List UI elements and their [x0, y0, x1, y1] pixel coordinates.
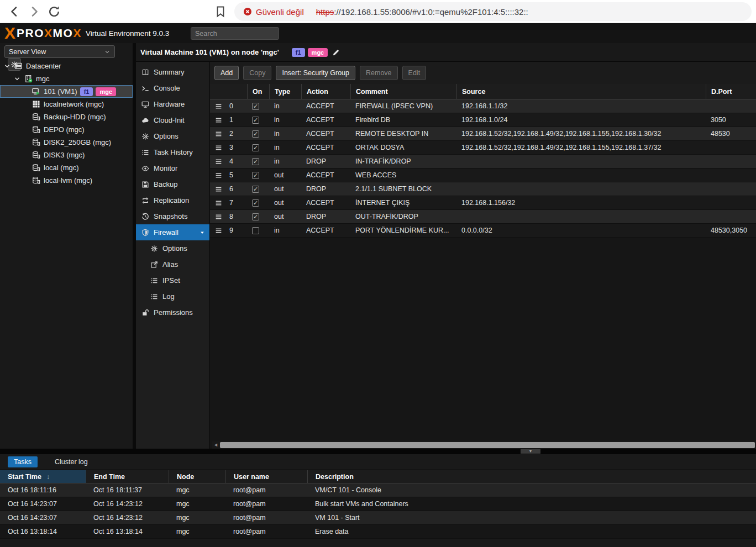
rule-enabled-checkbox[interactable]: ✓ [252, 117, 259, 124]
security-warning[interactable]: Güvenli değil [256, 7, 304, 17]
tree-item-local-mgc[interactable]: local (mgc) [0, 161, 133, 174]
rule-enabled-checkbox[interactable]: ✓ [252, 172, 259, 179]
rule-enabled-checkbox[interactable] [252, 227, 259, 234]
rules-header-source[interactable]: Source [456, 84, 706, 99]
reload-icon[interactable] [48, 5, 61, 18]
menu-item-monitor[interactable]: Monitor [136, 160, 209, 176]
edit-tags-pencil-icon[interactable] [332, 49, 340, 56]
menu-item-hardware[interactable]: Hardware [136, 96, 209, 112]
menu-item-snapshots[interactable]: Snapshots [136, 208, 209, 224]
scrollbar-thumb[interactable] [220, 442, 755, 448]
rule-enabled-checkbox[interactable]: ✓ [252, 144, 259, 151]
node-icon [24, 75, 33, 83]
task-node: mgc [169, 497, 225, 511]
tasks-header-end-time[interactable]: End Time [86, 470, 169, 483]
search-input[interactable] [191, 27, 279, 40]
rule-row[interactable]: 6✓outDROP2.1/1.1 SUBNET BLOCK [210, 182, 756, 196]
rule-enabled-checkbox[interactable]: ✓ [252, 213, 259, 220]
tree-item-101-vm1[interactable]: 101 (VM1)f1mgc [0, 85, 133, 98]
tasks-header-node[interactable]: Node [169, 470, 225, 483]
tree-item-datacenter[interactable]: Datacenter [0, 60, 133, 72]
menu-item-label: Log [162, 292, 175, 301]
rule-row[interactable]: 4✓inDROPIN-TRAFİK/DROP [210, 155, 756, 169]
logo-letter: PRO [17, 27, 44, 39]
rules-toolbar: AddCopyInsert: Security GroupRemoveEdit [210, 62, 756, 84]
rule-enabled-checkbox[interactable]: ✓ [252, 103, 259, 110]
rule-on-cell: ✓ [247, 210, 269, 223]
menu-item-label: Summary [154, 68, 185, 76]
menu-item-firewall-options[interactable]: Options [136, 240, 209, 256]
menu-item-permissions[interactable]: Permissions [136, 304, 209, 320]
menu-item-summary[interactable]: Summary [136, 64, 209, 80]
tasks-header-start-time[interactable]: Start Time↓ [0, 470, 86, 483]
rule-enabled-checkbox[interactable]: ✓ [252, 158, 259, 165]
tab-tasks[interactable]: Tasks [8, 456, 38, 467]
menu-item-cloud-init[interactable]: Cloud-Init [136, 112, 209, 128]
task-row[interactable]: Oct 16 14:23:07Oct 16 14:23:12mgcroot@pa… [0, 497, 756, 511]
forward-icon[interactable] [28, 5, 41, 18]
rule-row[interactable]: 8✓outDROPOUT-TRAFİK/DROP [210, 210, 756, 224]
rule-on-cell: ✓ [247, 141, 269, 154]
scroll-left-button[interactable]: ◄ [212, 441, 219, 449]
menu-item-firewall-log[interactable]: Log [136, 288, 209, 304]
rule-row[interactable]: 9inACCEPTPORT YÖNLENDİRME KUR...0.0.0.0/… [210, 224, 756, 238]
drag-handle-icon [215, 227, 222, 234]
tree-item-mgc[interactable]: mgc [0, 72, 133, 85]
rule-row[interactable]: 7✓outACCEPTİNTERNET ÇIKIŞ192.168.1.156/3… [210, 196, 756, 210]
menu-item-firewall-alias[interactable]: Alias [136, 256, 209, 272]
menu-item-options[interactable]: Options [136, 128, 209, 144]
view-selector[interactable]: Server View [4, 45, 115, 58]
rule-enabled-checkbox[interactable]: ✓ [252, 199, 259, 207]
rules-header-d-port[interactable]: D.Port [706, 84, 756, 99]
tab-cluster-log[interactable]: Cluster log [49, 456, 94, 467]
task-row[interactable]: Oct 16 14:23:07Oct 16 14:23:12mgcroot@pa… [0, 511, 756, 525]
back-icon[interactable] [8, 5, 21, 18]
rule-row[interactable]: 5✓outACCEPTWEB ACCES [210, 169, 756, 182]
rule-action: ACCEPT [301, 127, 350, 140]
task-end-time: Oct 16 14:23:12 [86, 497, 169, 511]
rules-header-action[interactable]: Action [301, 84, 350, 99]
url-text[interactable]: https://192.168.1.55:8006/#v1:0:=qemu%2F… [316, 7, 528, 17]
rule-action: DROP [301, 210, 350, 223]
splitter-collapse-handle[interactable]: ▼ [521, 449, 540, 454]
rule-row[interactable]: 1✓inACCEPTFirebird DB192.168.1.0/243050 [210, 113, 756, 127]
rule-row[interactable]: 2✓inACCEPTREMOTE DESKTOP IN192.168.1.52/… [210, 127, 756, 141]
rules-header-type[interactable]: Type [269, 84, 301, 99]
tasks-header-user-name[interactable]: User name [225, 470, 307, 483]
rules-header-comment[interactable]: Comment [350, 84, 456, 99]
menu-item-firewall-ipset[interactable]: IPSet [136, 272, 209, 288]
tree-item-disk3-mgc[interactable]: DISK3 (mgc) [0, 149, 133, 161]
task-user: root@pam [225, 483, 307, 497]
tree-item-depo-mgc[interactable]: DEPO (mgc) [0, 123, 133, 136]
rule-row[interactable]: 0✓inACCEPTFIREWALL (IPSEC VPN)192.168.1.… [210, 99, 756, 113]
remove-button[interactable]: Remove [360, 66, 398, 80]
gear-icon [141, 133, 149, 140]
edit-button[interactable]: Edit [402, 66, 427, 80]
storage-icon [32, 176, 40, 185]
panel-splitter[interactable]: ▼ [0, 449, 756, 454]
rules-header-on[interactable]: On [247, 84, 269, 99]
rule-enabled-checkbox[interactable]: ✓ [252, 130, 259, 138]
menu-item-replication[interactable]: Replication [136, 192, 209, 208]
menu-item-console[interactable]: Console [136, 80, 209, 96]
task-row[interactable]: Oct 16 13:18:14Oct 16 13:18:14mgcroot@pa… [0, 525, 756, 539]
add-button[interactable]: Add [214, 66, 239, 80]
rule-row[interactable]: 3✓inACCEPTORTAK DOSYA192.168.1.52/32,192… [210, 141, 756, 155]
gear-icon [150, 245, 158, 253]
copy-button[interactable]: Copy [243, 66, 271, 80]
menu-item-firewall[interactable]: Firewall [136, 224, 209, 240]
rules-header-handle[interactable] [210, 84, 247, 99]
tasks-header-description[interactable]: Description [307, 470, 756, 483]
tree-item-localnetwork-mgc[interactable]: localnetwork (mgc) [0, 98, 133, 111]
insert-security-group-button[interactable]: Insert: Security Group [276, 66, 355, 80]
tree-item-disk2-250gb-mgc[interactable]: DISK2_250GB (mgc) [0, 136, 133, 149]
tree-item-backup-hdd-mgc[interactable]: Backup-HDD (mgc) [0, 111, 133, 123]
rule-enabled-checkbox[interactable]: ✓ [252, 186, 259, 193]
task-row[interactable]: Oct 16 18:11:16Oct 16 18:11:37mgcroot@pa… [0, 483, 756, 497]
menu-item-task-history[interactable]: Task History [136, 144, 209, 160]
bookmark-icon[interactable] [214, 6, 227, 18]
menu-item-backup[interactable]: Backup [136, 176, 209, 192]
address-bar[interactable]: Güvenli değil https://192.168.1.55:8006/… [234, 2, 752, 21]
rule-type: out [269, 182, 301, 196]
tree-item-local-lvm-mgc[interactable]: local-lvm (mgc) [0, 174, 133, 187]
